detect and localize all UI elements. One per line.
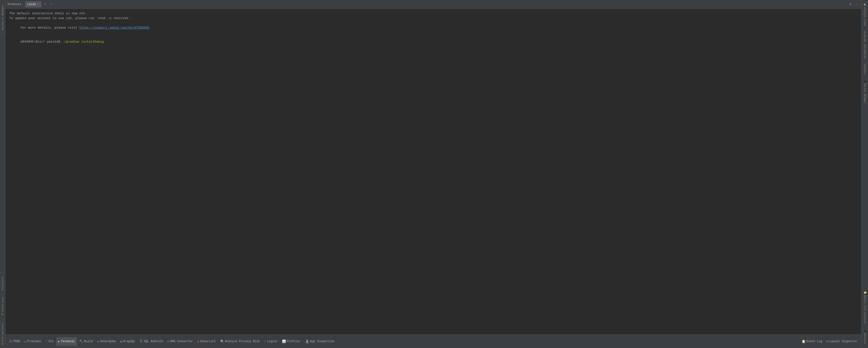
device-manager-label: Device Manager <box>863 83 866 104</box>
bottom-item-event-log[interactable]: 📋 Event Log <box>800 337 824 346</box>
graphql-label: GraphQL <box>123 340 135 343</box>
minimize-button[interactable]: — <box>854 2 859 7</box>
todo-icon: ☰ <box>9 340 12 343</box>
sidebar-item-device-file-explorer[interactable]: 📁 Device File Explorer <box>862 288 867 326</box>
terminal-line-2: To update your account to use zsh, pleas… <box>9 16 857 21</box>
terminal-line-1: The default interactive shell is now zsh… <box>9 11 857 16</box>
samples-label: Samples <box>863 64 866 74</box>
problems-label: Problems <box>27 340 41 343</box>
device-file-explorer-label: Device File Explorer <box>863 295 866 324</box>
bottom-item-todo[interactable]: ☰ TODO <box>7 337 22 346</box>
device-file-explorer-icon: 📁 <box>863 291 866 294</box>
logcat-label: Logcat <box>267 340 277 343</box>
terminal-content[interactable]: The default interactive shell is now zsh… <box>5 9 861 335</box>
sidebar-item-favorites[interactable]: ★ Favorites <box>0 294 5 319</box>
git-icon: ⑂ <box>45 340 48 343</box>
build-icon: 🔨 <box>79 340 83 343</box>
terminal-line-3: For more details, please visit https://s… <box>9 21 857 35</box>
sidebar-item-resource-manager[interactable]: Resource Manager <box>0 2 5 32</box>
sonarqube-icon: ◈ <box>97 340 99 343</box>
terminal-prompt: m943945:Biirr pateld$ <box>21 40 62 43</box>
sonarlint-label: SonarLint <box>200 340 216 343</box>
git-label: Git <box>49 340 54 343</box>
tab-bar-right: ⚙ — <box>848 2 859 7</box>
layout-validation-icon: ⊞ <box>863 31 866 33</box>
terminal-command: ./gradlew installDebug <box>62 40 104 43</box>
bottom-item-hms-convertor[interactable]: ⇄ HMS Convertor <box>165 337 194 346</box>
sidebar-item-layout-validation[interactable]: ⊞ Layout Validation <box>862 29 867 61</box>
build-label: Build <box>84 340 93 343</box>
tab-dropdown-button[interactable]: ▾ <box>49 2 54 7</box>
bottom-item-terminal[interactable]: ▶ Terminal <box>56 337 77 346</box>
sidebar-item-build-variants[interactable]: Build Variants <box>0 320 5 347</box>
terminal-link[interactable]: https://support.apple.com/kb/HT208050 <box>79 26 149 30</box>
left-sidebar: Resource Manager Structure ★ Favorites B… <box>0 0 5 348</box>
right-sidebar: 🔍 Analyze Crash ⊞ Layout Validation Samp… <box>861 0 868 348</box>
bottom-item-graphql[interactable]: ◉ GraphQL <box>118 337 137 346</box>
sidebar-item-analyze-crash[interactable]: 🔍 Analyze Crash <box>862 1 867 29</box>
bottom-bar: ☰ TODO ⚠ Problems ⑂ Git ▶ Terminal 🔨 Bui… <box>5 335 861 348</box>
logcat-icon: ⚡ <box>265 340 266 343</box>
app-inspection-icon: 🔬 <box>305 340 309 343</box>
layout-inspector-label: Layout Inspector <box>830 340 857 343</box>
bottom-item-app-inspection[interactable]: 🔬 App Inspection <box>303 337 336 346</box>
terminal-label: Terminal <box>61 340 75 343</box>
layout-inspector-icon: ⊞ <box>827 340 829 343</box>
terminal-line-4: m943945:Biirr pateld$ ./gradlew installD… <box>9 35 857 49</box>
sonarlint-icon: ◈ <box>197 340 199 343</box>
hms-convertor-icon: ⇄ <box>167 340 169 343</box>
profiler-label: Profiler <box>287 340 301 343</box>
bottom-item-profiler[interactable]: 📊 Profiler <box>280 337 303 346</box>
sql-android-label: SQL Android <box>144 340 163 343</box>
sql-android-icon: 🗄 <box>140 340 143 343</box>
bottom-item-sonarlint[interactable]: ◈ SonarLint <box>195 337 218 346</box>
bottom-right: 📋 Event Log ⊞ Layout Inspector <box>800 337 859 346</box>
analyze-crash-icon: 🔍 <box>863 3 866 6</box>
analyze-privacy-label: Analyze Privacy Risk <box>225 340 260 343</box>
event-log-label: Event Log <box>806 340 822 343</box>
hms-convertor-label: HMS Convertor <box>170 340 193 343</box>
terminal-icon: ▶ <box>58 340 60 343</box>
bottom-item-build[interactable]: 🔨 Build <box>77 337 95 346</box>
sidebar-item-samples[interactable]: Samples <box>862 62 867 76</box>
settings-button[interactable]: ⚙ <box>848 2 853 7</box>
bottom-item-git[interactable]: ⑂ Git <box>43 337 56 346</box>
app-inspection-label: App Inspection <box>310 340 334 343</box>
emulator-icon: 📱 <box>863 329 866 332</box>
analyze-crash-label: Analyze Crash <box>863 7 866 26</box>
tab-bar-title: Terminal: <box>7 3 23 6</box>
problems-icon: ⚠ <box>25 340 26 343</box>
graphql-icon: ◉ <box>120 340 122 343</box>
layout-validation-label: Layout Validation <box>863 34 866 59</box>
todo-label: TODO <box>13 340 20 343</box>
device-manager-icon: 📱 <box>863 79 866 82</box>
terminal-tab-local[interactable]: Local ✕ <box>25 1 42 7</box>
event-log-icon: 📋 <box>802 340 805 343</box>
sidebar-item-device-manager[interactable]: 📱 Device Manager <box>862 77 867 106</box>
bottom-item-problems[interactable]: ⚠ Problems <box>23 337 43 346</box>
tab-name: Local <box>27 3 36 6</box>
bottom-item-sql-android[interactable]: 🗄 SQL Android <box>137 337 165 346</box>
emulator-label: Emulator <box>863 333 866 345</box>
sidebar-item-structure[interactable]: Structure <box>0 274 5 293</box>
tab-add-button[interactable]: + <box>42 2 48 7</box>
main-area: Terminal: Local ✕ + ▾ ⚙ — The default in… <box>5 0 861 348</box>
bottom-item-logcat[interactable]: ⚡ Logcat <box>262 337 280 346</box>
sonarqube-label: SonarQube <box>100 340 116 343</box>
terminal-tab-bar: Terminal: Local ✕ + ▾ ⚙ — <box>5 0 861 9</box>
bottom-item-analyze-privacy[interactable]: 🔍 Analyze Privacy Risk <box>218 337 262 346</box>
analyze-privacy-icon: 🔍 <box>220 340 224 343</box>
profiler-icon: 📊 <box>282 340 286 343</box>
bottom-item-layout-inspector[interactable]: ⊞ Layout Inspector <box>825 337 859 346</box>
sidebar-item-emulator[interactable]: 📱 Emulator <box>862 327 867 347</box>
bottom-item-sonarqube[interactable]: ◈ SonarQube <box>95 337 118 346</box>
tab-close-button[interactable]: ✕ <box>37 3 39 6</box>
